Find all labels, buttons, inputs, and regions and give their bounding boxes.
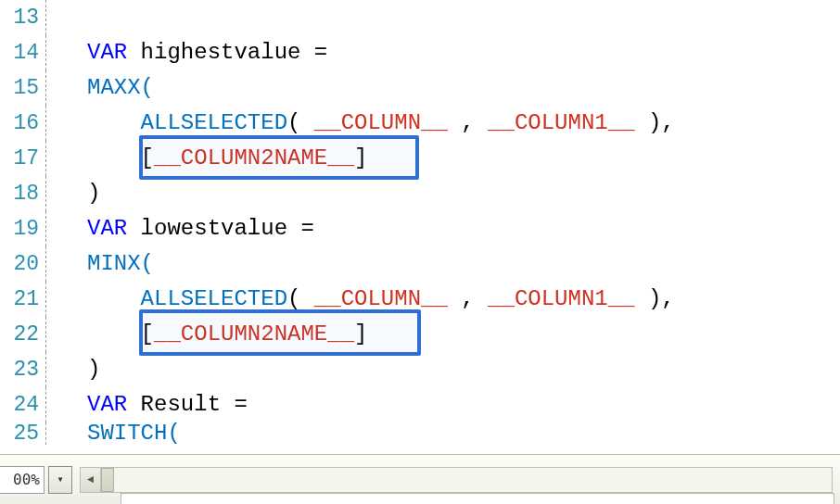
gutter-separator bbox=[45, 282, 46, 317]
func-maxx: MAXX( bbox=[87, 75, 154, 100]
line-number: 24 bbox=[0, 387, 45, 422]
identifier: highestvalue = bbox=[127, 40, 327, 65]
code-text[interactable]: VAR lowestvalue = bbox=[87, 211, 314, 246]
line-number: 14 bbox=[0, 35, 45, 70]
code-line[interactable]: 13 bbox=[0, 0, 675, 35]
paren: ) bbox=[87, 357, 100, 382]
code-editor[interactable]: 13 14 VAR highestvalue = 15 MAXX( 16 ALL… bbox=[0, 0, 840, 454]
code-text[interactable]: ALLSELECTED( __COLUMN__ , __COLUMN1__ ), bbox=[87, 106, 675, 141]
code-text[interactable]: SWITCH( bbox=[87, 422, 181, 445]
code-text[interactable]: [__COLUMN2NAME__] bbox=[87, 317, 367, 352]
line-number: 23 bbox=[0, 352, 45, 387]
code-text[interactable]: ) bbox=[87, 176, 100, 211]
func-allselected: ALLSELECTED bbox=[141, 110, 287, 135]
zoom-input[interactable] bbox=[0, 466, 45, 494]
code-text[interactable]: MAXX( bbox=[87, 70, 154, 106]
code-line[interactable]: 21 ALLSELECTED( __COLUMN__ , __COLUMN1__… bbox=[0, 282, 675, 317]
horizontal-scrollbar[interactable]: ◄ bbox=[80, 467, 833, 493]
paren: ( bbox=[287, 110, 314, 135]
line-number: 18 bbox=[0, 176, 45, 211]
triangle-left-icon: ◄ bbox=[87, 473, 94, 486]
gutter-separator bbox=[45, 35, 46, 70]
paren: ), bbox=[635, 110, 675, 135]
line-number: 25 bbox=[0, 422, 45, 445]
gutter-separator bbox=[45, 106, 46, 141]
code-line[interactable]: 14 VAR highestvalue = bbox=[0, 35, 675, 70]
code-line[interactable]: 19 VAR lowestvalue = bbox=[0, 211, 675, 246]
func-switch: SWITCH( bbox=[87, 421, 181, 446]
gutter-separator bbox=[45, 352, 46, 387]
code-text[interactable]: MINX( bbox=[87, 246, 154, 282]
comma: , bbox=[448, 110, 488, 135]
keyword-var: VAR bbox=[87, 392, 127, 417]
line-number: 13 bbox=[0, 0, 45, 35]
gutter-separator bbox=[45, 176, 46, 211]
line-number: 19 bbox=[0, 211, 45, 246]
identifier: Result = bbox=[127, 392, 248, 417]
code-line[interactable]: 23 ) bbox=[0, 352, 675, 387]
scroll-thumb[interactable] bbox=[101, 468, 114, 492]
line-number: 15 bbox=[0, 70, 45, 106]
gutter-separator bbox=[45, 70, 46, 106]
paren: ), bbox=[635, 286, 675, 311]
template-placeholder: __COLUMN__ bbox=[314, 286, 448, 311]
template-placeholder: __COLUMN1__ bbox=[488, 286, 634, 311]
code-text[interactable]: VAR highestvalue = bbox=[87, 35, 327, 70]
code-line[interactable]: 16 ALLSELECTED( __COLUMN__ , __COLUMN1__… bbox=[0, 106, 675, 141]
code-text[interactable]: ALLSELECTED( __COLUMN__ , __COLUMN1__ ), bbox=[87, 282, 675, 317]
bracket: ] bbox=[354, 321, 367, 346]
template-placeholder: __COLUMN2NAME__ bbox=[154, 145, 354, 170]
template-placeholder: __COLUMN__ bbox=[314, 110, 448, 135]
gutter-separator bbox=[45, 141, 46, 176]
line-number: 20 bbox=[0, 246, 45, 282]
template-placeholder: __COLUMN1__ bbox=[488, 110, 634, 135]
gutter-separator bbox=[45, 0, 46, 35]
code-text[interactable]: ) bbox=[87, 352, 100, 387]
line-number: 22 bbox=[0, 317, 45, 352]
comma: , bbox=[448, 286, 488, 311]
bracket: [ bbox=[141, 321, 154, 346]
func-minx: MINX( bbox=[87, 251, 154, 276]
gutter-separator bbox=[45, 422, 46, 445]
func-allselected: ALLSELECTED bbox=[141, 286, 287, 311]
bracket: [ bbox=[141, 145, 154, 170]
gutter-separator bbox=[45, 387, 46, 422]
paren: ) bbox=[87, 181, 100, 206]
scroll-left-button[interactable]: ◄ bbox=[81, 468, 101, 492]
code-line[interactable]: 15 MAXX( bbox=[0, 70, 675, 106]
paren: ( bbox=[287, 286, 314, 311]
code-line[interactable]: 24 VAR Result = bbox=[0, 387, 675, 422]
bracket: ] bbox=[354, 145, 367, 170]
template-placeholder: __COLUMN2NAME__ bbox=[154, 321, 354, 346]
gutter-separator bbox=[45, 246, 46, 282]
code-line[interactable]: 17 [__COLUMN2NAME__] bbox=[0, 141, 675, 176]
line-number: 17 bbox=[0, 141, 45, 176]
code-line[interactable]: 22 [__COLUMN2NAME__] bbox=[0, 317, 675, 352]
gutter-separator bbox=[45, 211, 46, 246]
line-number: 21 bbox=[0, 282, 45, 317]
bottom-panel-edge bbox=[121, 493, 834, 504]
code-line[interactable]: 20 MINX( bbox=[0, 246, 675, 282]
keyword-var: VAR bbox=[87, 40, 127, 65]
code-line[interactable]: 25 SWITCH( bbox=[0, 422, 675, 445]
identifier: lowestvalue = bbox=[127, 216, 314, 241]
code-text[interactable]: [__COLUMN2NAME__] bbox=[87, 141, 367, 176]
code-line[interactable]: 18 ) bbox=[0, 176, 675, 211]
zoom-dropdown-button[interactable]: ▾ bbox=[48, 466, 72, 494]
gutter-separator bbox=[45, 317, 46, 352]
code-text[interactable]: VAR Result = bbox=[87, 387, 248, 422]
chevron-down-icon: ▾ bbox=[57, 472, 63, 486]
line-number: 16 bbox=[0, 106, 45, 141]
keyword-var: VAR bbox=[87, 216, 127, 241]
